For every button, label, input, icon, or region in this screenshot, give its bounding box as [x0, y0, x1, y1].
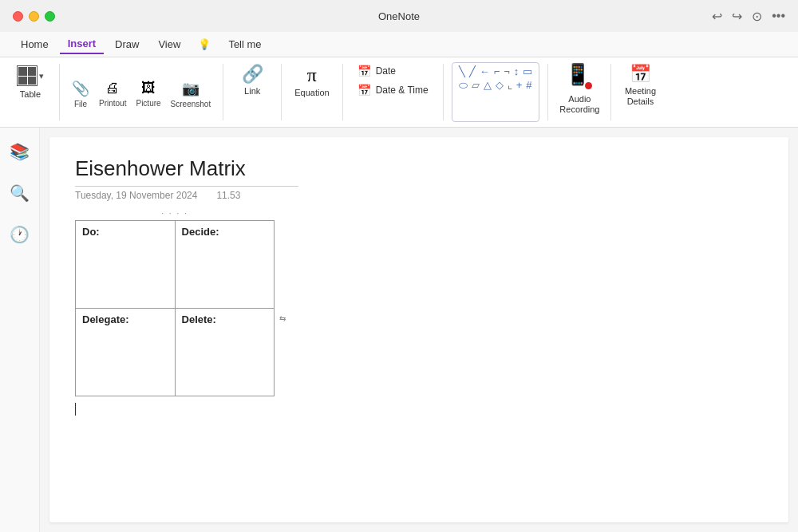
open-recent-button[interactable]: ⊙: [752, 9, 762, 24]
matrix-table: Do: Decide: Delegate: Delete:: [75, 220, 275, 396]
ribbon-group-link: 🔗 Link: [228, 57, 276, 127]
plus-icon[interactable]: +: [516, 80, 523, 90]
corner-icon[interactable]: ⌞: [508, 80, 512, 90]
screenshot-button[interactable]: 📷 Screenshot: [167, 77, 215, 111]
hash-icon[interactable]: #: [526, 80, 531, 90]
menu-view[interactable]: View: [150, 35, 188, 53]
date-icon: 📅: [358, 65, 371, 77]
datetime-icon: 📅: [358, 84, 371, 97]
file-button[interactable]: 📎 File: [68, 77, 93, 111]
cell-delete-label: Delete:: [182, 313, 216, 325]
line2-icon[interactable]: ╱: [469, 66, 476, 77]
divider-2: [223, 64, 223, 120]
cell-delegate[interactable]: Delegate:: [76, 309, 176, 396]
app-title: OneNote: [378, 10, 420, 22]
cell-delete[interactable]: Delete:: [175, 309, 274, 396]
note-date: Tuesday, 19 November 2024: [75, 190, 197, 201]
divider-3: [281, 64, 282, 120]
more-options-button[interactable]: •••: [772, 9, 785, 23]
table-handle-top[interactable]: · · · ·: [161, 209, 188, 218]
table-row: Do: Decide:: [76, 221, 275, 309]
cell-decide[interactable]: Decide:: [175, 221, 274, 309]
minimize-button[interactable]: [29, 11, 39, 22]
undo-button[interactable]: ↩: [712, 9, 722, 24]
search-icon[interactable]: 🔍: [5, 179, 34, 207]
date-button[interactable]: 📅 Date: [351, 62, 435, 80]
printout-icon: 🖨: [105, 80, 120, 97]
maximize-button[interactable]: [45, 11, 55, 22]
link-icon: 🔗: [242, 65, 263, 83]
traffic-lights: [13, 11, 55, 22]
audio-recording-icon: 📱: [565, 62, 594, 91]
audio-recording-button[interactable]: 📱 Audio Recording: [553, 57, 606, 127]
ribbon: ▾ Table 📎 File 🖨 Printout 🖼 Picture 📷 Sc…: [0, 57, 798, 128]
rectangle-icon[interactable]: ▭: [523, 66, 532, 77]
diamond-icon[interactable]: ◇: [496, 80, 504, 90]
audio-recording-label: Audio Recording: [559, 94, 599, 115]
table-button[interactable]: ▾ Table: [10, 62, 50, 103]
divider-4: [342, 64, 343, 120]
cell-do[interactable]: Do:: [76, 221, 176, 309]
datetime-button[interactable]: 📅 Date & Time: [351, 81, 435, 99]
recording-dot: [583, 81, 594, 91]
cell-decide-label: Decide:: [182, 226, 219, 238]
title-underline: [75, 186, 298, 187]
text-cursor: [75, 403, 76, 416]
table-row: Delegate: Delete:: [76, 309, 275, 396]
menu-bar: Home Insert Draw View 💡 Tell me: [0, 32, 798, 57]
rect2-icon[interactable]: ▱: [472, 80, 480, 90]
notebooks-icon[interactable]: 📚: [5, 137, 34, 166]
arrow-left-icon[interactable]: ←: [480, 66, 490, 77]
menu-insert[interactable]: Insert: [60, 34, 104, 54]
equation-icon: π: [307, 65, 317, 85]
ribbon-group-datetime: 📅 Date 📅 Date & Time: [348, 57, 438, 127]
ribbon-group-equation: π Equation: [286, 57, 337, 127]
tell-me-icon: 💡: [192, 35, 217, 53]
table-handle-right[interactable]: ⇆: [279, 313, 286, 322]
sidebar: 📚 🔍 🕐: [0, 128, 40, 532]
shapes-row-2: ⬭ ▱ △ ◇ ⌞ + #: [459, 80, 533, 90]
title-bar-controls: ↩ ↪ ⊙ •••: [712, 9, 785, 24]
note-time: 11.53: [216, 190, 240, 201]
bracket-tr-icon[interactable]: ¬: [504, 66, 510, 77]
meeting-icon: 📅: [630, 65, 651, 83]
menu-draw[interactable]: Draw: [107, 35, 147, 53]
matrix-wrapper: · · · · ⇆ Do: Decide: Delegate:: [75, 220, 275, 416]
equation-button[interactable]: π Equation: [290, 62, 334, 101]
triangle-icon[interactable]: △: [484, 80, 492, 90]
divider-7: [610, 64, 611, 120]
file-icon: 📎: [72, 80, 89, 97]
divider-1: [59, 64, 60, 120]
ribbon-group-meeting: 📅 Meeting Details: [616, 57, 664, 127]
title-bar: OneNote ↩ ↪ ⊙ •••: [0, 0, 798, 32]
divider-6: [547, 64, 548, 120]
picture-button[interactable]: 🖼 Picture: [132, 77, 164, 110]
shapes-box: ╲ ╱ ← ⌐ ¬ ↕ ▭ ⬭ ▱ △ ◇ ⌞ + #: [452, 62, 540, 122]
note-meta: Tuesday, 19 November 2024 11.53: [75, 190, 763, 201]
menu-home[interactable]: Home: [13, 35, 57, 53]
note-title: Eisenhower Matrix: [75, 156, 763, 181]
oval-icon[interactable]: ⬭: [459, 80, 468, 90]
bracket-tl-icon[interactable]: ⌐: [494, 66, 500, 77]
divider-5: [443, 64, 444, 120]
printout-button[interactable]: 🖨 Printout: [95, 77, 130, 110]
line-icon[interactable]: ╲: [459, 66, 465, 77]
link-button[interactable]: 🔗 Link: [232, 62, 272, 100]
cell-delegate-label: Delegate:: [82, 313, 129, 325]
shapes-row-1: ╲ ╱ ← ⌐ ¬ ↕ ▭: [459, 66, 533, 77]
cell-do-label: Do:: [82, 226, 100, 238]
table-label: Table: [20, 89, 41, 100]
arrow-double-icon[interactable]: ↕: [514, 66, 519, 77]
screenshot-icon: 📷: [182, 80, 200, 97]
main-layout: 📚 🔍 🕐 Eisenhower Matrix Tuesday, 19 Nove…: [0, 128, 798, 532]
recent-icon[interactable]: 🕐: [5, 220, 34, 249]
menu-tell-me[interactable]: Tell me: [220, 35, 269, 53]
ribbon-group-media: 📎 File 🖨 Printout 🖼 Picture 📷 Screenshot: [65, 57, 218, 127]
close-button[interactable]: [13, 11, 23, 22]
redo-button[interactable]: ↪: [732, 9, 742, 24]
ribbon-group-table: ▾ Table: [6, 57, 54, 127]
picture-icon: 🖼: [141, 80, 156, 97]
cursor-line: [75, 403, 275, 416]
note-content: Eisenhower Matrix Tuesday, 19 November 2…: [49, 137, 788, 522]
meeting-details-button[interactable]: 📅 Meeting Details: [620, 62, 661, 110]
